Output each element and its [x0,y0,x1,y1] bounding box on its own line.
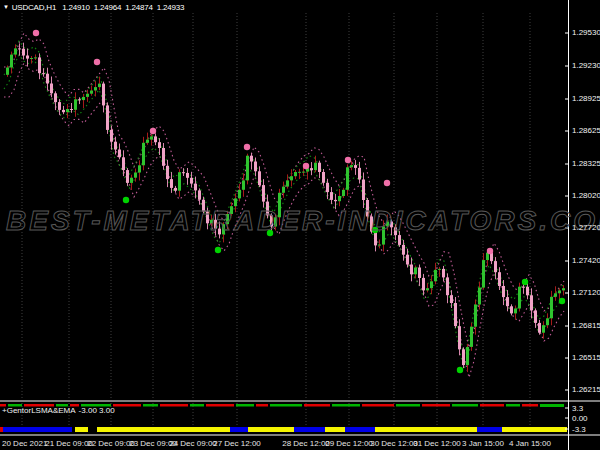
time-axis-label: 29 Dec 12:00 [325,439,373,448]
price-axis-label: 1.27120 [572,288,600,297]
time-axis-label: 28 Dec 12:00 [282,439,330,448]
buy-signal-dot [457,367,463,373]
price-axis-label: 1.28020 [572,191,600,200]
ohlc-low: 1.24874 [125,3,153,12]
price-axis[interactable]: 1.295301.292301.289251.286251.283251.280… [569,0,600,450]
price-axis-label: 1.26815 [572,321,600,330]
time-axis-label: 27 Dec 12:00 [213,439,261,448]
indicator-scale-label: 3.3 [572,404,583,413]
sell-signal-dot [150,128,156,134]
price-axis-label: 1.27420 [572,256,600,265]
time-axis-label: 4 Jan 15:00 [509,439,551,448]
indicator-trend-strip [0,427,567,432]
price-axis-label: 1.27720 [572,223,600,232]
sell-signal-dot [244,144,250,150]
chart-header: ▼USDCAD,H1 1.249101.249641.248741.24933 [3,3,188,12]
indicator-scale: 3.30.00-3.3 [569,398,600,434]
sell-signal-dot [487,248,493,254]
mt4-chart-window: ▼USDCAD,H1 1.249101.249641.248741.24933 … [0,0,600,450]
ohlc-open: 1.24910 [62,3,90,12]
buy-signal-dot [123,197,129,203]
sell-signal-dot [94,59,100,65]
price-axis-label: 1.28925 [572,94,600,103]
time-axis[interactable]: 20 Dec 202121 Dec 09:0022 Dec 09:0023 De… [0,436,568,450]
sell-signal-dot [384,180,390,186]
ohlc-high: 1.24964 [94,3,122,12]
indicator-values: -3.00 3.00 [79,406,115,415]
symbol-timeframe-label: USDCAD,H1 [12,3,56,12]
buy-signal-dot [559,298,565,304]
price-axis-label: 1.29530 [572,28,600,37]
indicator-scale-label: 0.00 [572,414,588,423]
price-axis-label: 1.28325 [572,159,600,168]
indicator-name: +GentorLSMA&EMA [2,406,76,415]
price-axis-label: 1.29230 [572,61,600,70]
ohlc-close: 1.24933 [157,3,185,12]
time-axis-label: 21 Dec 09:00 [45,439,93,448]
symbol-dropdown-icon[interactable]: ▼ [3,4,9,10]
price-axis-label: 1.26215 [572,385,600,394]
time-axis-label: 20 Dec 2021 [2,439,47,448]
time-axis-label: 30 Dec 12:00 [370,439,418,448]
indicator-scale-label: -3.3 [572,425,586,434]
time-axis-label: 3 Jan 15:00 [462,439,504,448]
buy-signal-dot [215,247,221,253]
watermark-text: BEST-METATRADER-INDICATORS.COM [6,205,600,237]
sell-signal-dot [303,163,309,169]
time-axis-label: 31 Dec 12:00 [413,439,461,448]
time-axis-label: 22 Dec 09:00 [87,439,135,448]
time-axis-label: 24 Dec 09:00 [169,439,217,448]
sell-signal-dot [345,157,351,163]
indicator-label: +GentorLSMA&EMA-3.00 3.00 [2,406,118,415]
price-axis-label: 1.26515 [572,353,600,362]
buy-signal-dot [522,279,528,285]
price-axis-label: 1.28625 [572,126,600,135]
sell-signal-dot [33,30,39,36]
signal-dots [33,30,565,373]
